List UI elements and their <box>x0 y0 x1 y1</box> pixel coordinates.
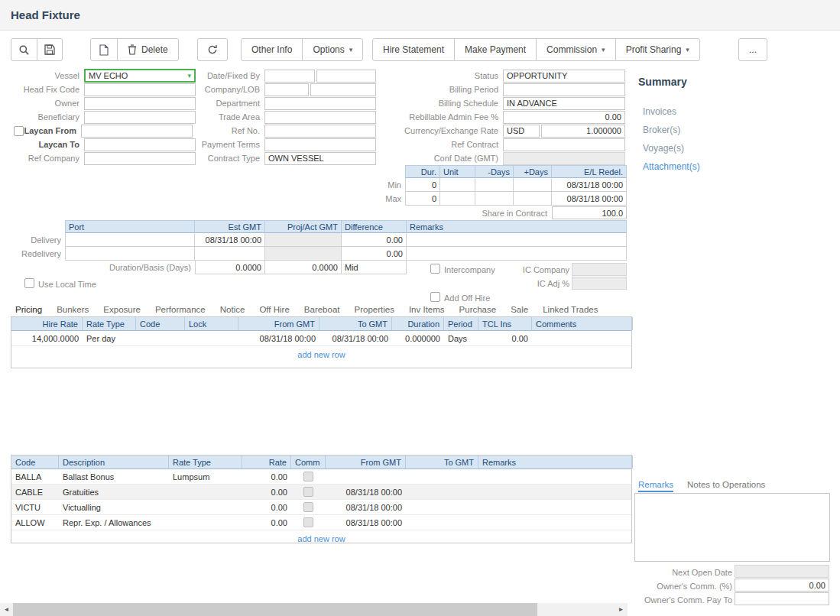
delivery-difference-cell[interactable]: 0.00 <box>342 233 407 247</box>
comm-checkbox[interactable] <box>303 472 313 481</box>
min-plus-days-cell[interactable] <box>514 178 552 192</box>
fees-rate-cell[interactable]: 0.00 <box>242 500 291 514</box>
fees-row-cable[interactable]: CABLE Gratuities 0.00 08/31/18 00:00 <box>11 485 631 500</box>
scrollbar-track[interactable] <box>13 603 615 616</box>
fees-to-gmt-cell[interactable] <box>406 515 478 530</box>
owner-input[interactable] <box>84 97 196 110</box>
fees-rate-type-cell[interactable] <box>169 485 242 499</box>
fees-description-cell[interactable]: Gratuities <box>59 485 169 499</box>
save-button[interactable] <box>37 38 63 61</box>
pricing-period-cell[interactable]: Days <box>444 331 478 345</box>
fees-row-balla[interactable]: BALLA Ballast Bonus Lumpsum 0.00 <box>11 469 631 485</box>
summary-link-attachments[interactable]: Attachment(s) <box>643 161 700 172</box>
fees-rate-type-cell[interactable] <box>169 500 242 514</box>
fees-to-gmt-cell[interactable] <box>406 500 478 514</box>
add-off-hire-checkbox[interactable] <box>430 292 440 302</box>
ref-company-input[interactable] <box>84 152 196 165</box>
exchange-rate-input[interactable] <box>541 125 625 138</box>
currency-select[interactable]: USD <box>503 125 540 138</box>
use-local-time-checkbox[interactable] <box>24 278 34 288</box>
profit-sharing-button[interactable]: Profit Sharing ▾ <box>615 38 700 61</box>
redelivery-difference-cell[interactable]: 0.00 <box>342 247 407 261</box>
status-field[interactable]: OPPORTUNITY <box>503 70 625 83</box>
fees-rate-cell[interactable]: 0.00 <box>242 515 291 530</box>
max-plus-days-cell[interactable] <box>514 192 552 206</box>
horizontal-scrollbar[interactable]: ◄ ► <box>0 603 628 616</box>
summary-link-voyages[interactable]: Voyage(s) <box>643 143 684 154</box>
summary-link-brokers[interactable]: Broker(s) <box>643 125 680 135</box>
remarks-textarea[interactable] <box>634 493 830 562</box>
hire-statement-button[interactable]: Hire Statement <box>372 38 455 61</box>
fees-rate-cell[interactable]: 0.00 <box>242 485 291 499</box>
redelivery-remarks-cell[interactable] <box>407 247 627 261</box>
delivery-est-gmt-cell[interactable]: 08/31/18 00:00 <box>195 233 265 247</box>
delete-button[interactable]: Delete <box>117 38 179 61</box>
pricing-add-new-row-link[interactable]: add new row <box>11 346 631 363</box>
pricing-rate-type-cell[interactable]: Per day <box>83 331 136 345</box>
fees-code-cell[interactable]: VICTU <box>11 500 59 514</box>
basis-mid-cell[interactable]: Mid <box>342 261 407 274</box>
fixed-by-input[interactable] <box>316 70 376 83</box>
ref-no-input[interactable] <box>264 125 376 138</box>
pricing-duration-cell[interactable]: 0.000000 <box>392 331 444 345</box>
fees-remarks-cell[interactable] <box>478 469 633 484</box>
fees-code-cell[interactable]: BALLA <box>11 469 59 484</box>
date-input[interactable] <box>264 70 315 83</box>
billing-period-input[interactable] <box>503 83 625 96</box>
comm-checkbox[interactable] <box>303 502 313 512</box>
comm-checkbox[interactable] <box>303 487 313 497</box>
pricing-comments-cell[interactable] <box>532 331 633 345</box>
fees-from-gmt-cell[interactable]: 08/31/18 00:00 <box>326 500 406 514</box>
fees-description-cell[interactable]: Repr. Exp. / Allowances <box>59 515 169 530</box>
new-document-button[interactable] <box>90 38 118 61</box>
billing-schedule-select[interactable]: IN ADVANCE <box>503 97 625 110</box>
fees-code-cell[interactable]: CABLE <box>11 485 59 499</box>
duration-cell[interactable]: 0.0000 <box>195 261 265 274</box>
pricing-from-gmt-cell[interactable]: 08/31/18 00:00 <box>238 331 319 345</box>
tab-notes-to-operations[interactable]: Notes to Operations <box>687 480 765 492</box>
laycan-from-input[interactable] <box>81 125 193 138</box>
fees-rate-type-cell[interactable]: Lumpsum <box>169 469 242 484</box>
pricing-tcl-ins-cell[interactable]: 0.00 <box>478 331 532 345</box>
intercompany-checkbox[interactable] <box>430 264 440 274</box>
scroll-left-icon[interactable]: ◄ <box>0 603 13 616</box>
pricing-lock-cell[interactable] <box>185 331 238 345</box>
basis-cell[interactable]: 0.0000 <box>265 261 342 274</box>
ref-contract-input[interactable] <box>503 138 625 151</box>
trade-area-input[interactable] <box>264 111 376 124</box>
fees-from-gmt-cell[interactable] <box>326 469 406 484</box>
pricing-to-gmt-cell[interactable]: 08/31/18 00:00 <box>319 331 392 345</box>
fees-rate-cell[interactable]: 0.00 <box>242 469 291 484</box>
refresh-button[interactable] <box>197 38 228 61</box>
payment-terms-input[interactable] <box>264 138 376 151</box>
min-unit-cell[interactable] <box>440 178 475 192</box>
scrollbar-thumb[interactable] <box>13 603 537 616</box>
fees-description-cell[interactable]: Victualling <box>59 500 169 514</box>
fees-description-cell[interactable]: Ballast Bonus <box>59 469 169 484</box>
min-dur-cell[interactable]: 0 <box>405 178 440 192</box>
pricing-row[interactable]: 14,000.0000 Per day 08/31/18 00:00 08/31… <box>11 331 631 346</box>
delivery-port-cell[interactable] <box>65 233 195 247</box>
delivery-remarks-cell[interactable] <box>407 233 627 247</box>
fees-code-cell[interactable]: ALLOW <box>11 515 59 530</box>
commission-button[interactable]: Commission ▾ <box>536 38 616 61</box>
max-unit-cell[interactable] <box>440 192 475 206</box>
options-button[interactable]: Options ▾ <box>302 38 363 61</box>
share-in-contract-field[interactable]: 100.0 <box>552 206 627 219</box>
redelivery-port-cell[interactable] <box>65 247 195 261</box>
fees-remarks-cell[interactable] <box>478 500 633 514</box>
contract-type-select[interactable]: OWN VESSEL <box>264 152 376 165</box>
summary-link-invoices[interactable]: Invoices <box>643 106 676 117</box>
laycan-to-input[interactable] <box>84 138 196 151</box>
department-input[interactable] <box>264 97 376 110</box>
scroll-right-icon[interactable]: ► <box>615 603 628 616</box>
fees-add-new-row-link[interactable]: add new row <box>11 530 631 547</box>
fees-from-gmt-cell[interactable]: 08/31/18 00:00 <box>326 515 406 530</box>
lob-input[interactable] <box>310 83 376 96</box>
search-button[interactable] <box>11 38 37 61</box>
min-minus-days-cell[interactable] <box>475 178 514 192</box>
max-minus-days-cell[interactable] <box>475 192 514 206</box>
fees-row-victu[interactable]: VICTU Victualling 0.00 08/31/18 00:00 <box>11 500 631 515</box>
max-dur-cell[interactable]: 0 <box>405 192 440 206</box>
other-info-button[interactable]: Other Info <box>241 38 303 61</box>
